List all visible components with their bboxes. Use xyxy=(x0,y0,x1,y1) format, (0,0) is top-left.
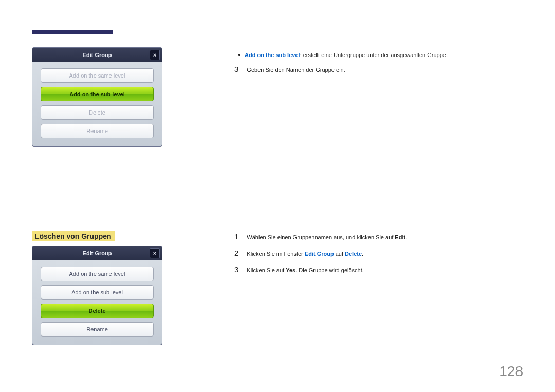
add-sub-level-button[interactable]: Add on the sub level xyxy=(41,87,154,101)
close-icon[interactable]: × xyxy=(150,248,160,258)
bullet-icon xyxy=(238,54,240,56)
add-same-level-button[interactable]: Add on the same level xyxy=(41,68,154,83)
bullet-label: Add on the sub level xyxy=(245,52,300,58)
add-same-level-button[interactable]: Add on the same level xyxy=(41,267,154,281)
step-text-post: . xyxy=(405,234,407,240)
step-3-confirm-yes: 3 Klicken Sie auf Yes. Die Gruppe wird g… xyxy=(234,265,364,274)
step-text-pre: Wählen Sie einen Gruppennamen aus, und k… xyxy=(247,234,395,240)
step-1-select-group: 1 Wählen Sie einen Gruppennamen aus, und… xyxy=(234,232,407,241)
dialog-title: Edit Group xyxy=(83,250,112,256)
header-accent-bar xyxy=(32,30,113,34)
step-text: Klicken Sie auf Yes. Die Gruppe wird gel… xyxy=(247,267,363,273)
step-text: Wählen Sie einen Gruppennamen aus, und k… xyxy=(247,234,407,240)
step-number: 2 xyxy=(234,249,238,257)
step-number: 3 xyxy=(234,265,238,274)
step-text-bold: Yes xyxy=(286,267,295,273)
step-2-click-delete: 2 Klicken Sie im Fenster Edit Group auf … xyxy=(234,249,363,257)
step-text-1: Klicken Sie im Fenster xyxy=(247,251,304,257)
edit-group-dialog-delete: Edit Group × Add on the same level Add o… xyxy=(32,246,162,345)
delete-button[interactable]: Delete xyxy=(41,105,154,120)
edit-group-dialog-sub: Edit Group × Add on the same level Add o… xyxy=(32,47,162,147)
add-sub-level-button[interactable]: Add on the sub level xyxy=(41,285,154,300)
step-text-2: . Die Gruppe wird gelöscht. xyxy=(295,267,364,273)
step-number: 3 xyxy=(234,65,238,73)
step-text-3: . xyxy=(362,251,363,257)
page-number: 128 xyxy=(499,363,523,380)
step-text: Klicken Sie im Fenster Edit Group auf De… xyxy=(247,251,363,257)
step-text: Geben Sie den Namen der Gruppe ein. xyxy=(247,67,345,73)
dialog-body: Add on the same level Add on the sub lev… xyxy=(32,260,162,345)
section-heading-delete-groups: Löschen von Gruppen xyxy=(32,231,115,241)
dialog-titlebar: Edit Group × xyxy=(32,48,162,62)
header-rule xyxy=(32,34,525,34)
bullet-text: Add on the sub level: erstellt eine Unte… xyxy=(245,52,448,58)
step-text-1: Klicken Sie auf xyxy=(247,267,286,273)
step-number: 1 xyxy=(234,232,238,241)
dialog-body: Add on the same level Add on the sub lev… xyxy=(32,62,162,146)
step-text-2: auf xyxy=(334,251,345,257)
bullet-add-sub-level: Add on the sub level: erstellt eine Unte… xyxy=(238,52,448,58)
dialog-title: Edit Group xyxy=(83,52,112,58)
close-icon[interactable]: × xyxy=(150,50,160,60)
dialog-titlebar: Edit Group × xyxy=(32,246,162,260)
rename-button[interactable]: Rename xyxy=(41,322,154,337)
delete-button[interactable]: Delete xyxy=(41,304,154,318)
step-text-bold1: Edit Group xyxy=(305,251,334,257)
step-text-bold: Edit xyxy=(395,234,405,240)
step-text-bold2: Delete xyxy=(345,251,362,257)
step-enter-group-name: 3 Geben Sie den Namen der Gruppe ein. xyxy=(234,65,345,73)
rename-button[interactable]: Rename xyxy=(41,124,154,138)
bullet-desc: : erstellt eine Untergruppe unter der au… xyxy=(300,52,448,58)
